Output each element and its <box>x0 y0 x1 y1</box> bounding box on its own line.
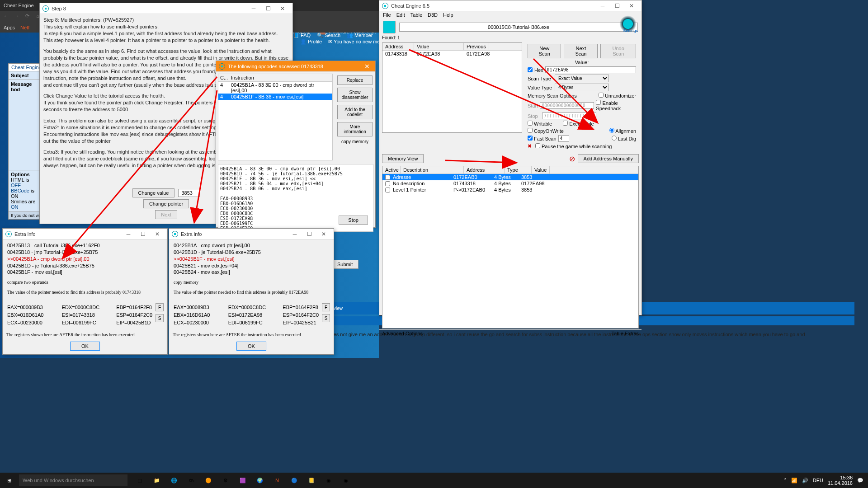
scantype-select[interactable]: Exact Value <box>555 75 609 82</box>
menu-d3d[interactable]: D3D <box>428 12 438 19</box>
maximize-button[interactable]: ☐ <box>302 230 316 239</box>
notes-icon[interactable]: 📒 <box>303 473 320 488</box>
stack-button[interactable]: S <box>322 314 330 322</box>
ok-button[interactable]: OK <box>70 342 100 351</box>
minimize-button[interactable]: ─ <box>121 230 136 239</box>
hex-checkbox[interactable] <box>528 67 533 72</box>
members-link[interactable]: 👥 Member <box>347 33 373 38</box>
addcode-button[interactable]: Add to the codelist <box>337 105 373 119</box>
submit-button[interactable]: Submit <box>331 260 359 269</box>
start-button[interactable]: ⊞ <box>0 473 18 488</box>
table-row[interactable]: No description017433184 Bytes0172EA98 <box>382 180 638 187</box>
close-button[interactable]: ✕ <box>316 230 331 239</box>
search-link[interactable]: 🔍 Search <box>317 33 340 38</box>
chrome-icon[interactable]: 🔵 <box>286 473 303 488</box>
table-row[interactable]: Level 1 PointerP->0172EAB04 Bytes3853 <box>382 187 638 193</box>
maximize-button[interactable]: ☐ <box>261 4 275 13</box>
table-row[interactable]: Adresse0172EAB04 Bytes3853 <box>382 174 638 180</box>
reload-icon[interactable]: ⟳ <box>25 13 33 20</box>
fastscan-checkbox[interactable] <box>528 136 533 141</box>
add-address-button[interactable]: Add Address Manually <box>578 154 639 163</box>
notifications-icon[interactable]: 💬 <box>857 478 863 483</box>
store-icon[interactable]: 🛍 <box>183 473 200 488</box>
minimize-button[interactable]: ─ <box>246 4 261 13</box>
new-scan-button[interactable]: New Scan <box>528 44 561 58</box>
value-input[interactable] <box>545 66 636 73</box>
result-row[interactable]: 017433180172EA980172EA98 <box>382 51 522 57</box>
stop-button[interactable]: Stop <box>339 216 368 225</box>
fwd-icon[interactable]: → <box>14 13 22 20</box>
maximize-button[interactable]: ☐ <box>610 1 624 10</box>
value-input[interactable] <box>178 189 200 197</box>
app-icon[interactable]: 🟠 <box>200 473 217 488</box>
delete-icon[interactable]: ⊘ <box>569 155 575 163</box>
clock-date[interactable]: 11.04.2016 <box>828 480 853 486</box>
address-table[interactable]: Active Description Address Type Value Ad… <box>382 166 639 328</box>
app-icon[interactable]: 🟪 <box>234 473 251 488</box>
moreinfo-button[interactable]: More information <box>337 122 373 136</box>
netflix-icon[interactable]: N <box>269 473 286 488</box>
change-value-button[interactable]: Change value <box>132 188 175 197</box>
app-icon[interactable]: 🌍 <box>251 473 269 488</box>
lastdig-radio[interactable] <box>612 136 617 141</box>
back-icon[interactable]: ← <box>4 13 11 20</box>
exec-checkbox[interactable] <box>563 121 568 126</box>
replace-button[interactable]: Replace <box>337 75 373 85</box>
ce-taskbar-icon[interactable]: ◉ <box>337 473 354 488</box>
taskbar-search[interactable]: Web und Windows durchsuchen <box>19 474 127 486</box>
close-button[interactable]: ✕ <box>150 230 165 239</box>
minimize-button[interactable]: ─ <box>595 1 610 10</box>
edge-icon[interactable]: 🌐 <box>165 473 183 488</box>
process-icon[interactable] <box>383 21 396 33</box>
volume-icon[interactable]: 🔊 <box>802 478 808 483</box>
faq-link[interactable]: 📘 FAQ <box>293 33 311 38</box>
stack-button[interactable]: S <box>156 314 164 322</box>
process-name[interactable]: 000015C8-Tutorial-i386.exe <box>399 23 638 32</box>
close-button[interactable]: ✕ <box>275 4 290 13</box>
network-icon[interactable]: 📶 <box>791 478 797 483</box>
float-button[interactable]: F <box>156 303 164 311</box>
disasm-button[interactable]: Show disassembler <box>337 88 373 102</box>
clock-time[interactable]: 15:36 <box>828 475 853 480</box>
advanced-options[interactable]: Advanced Options <box>382 331 423 336</box>
menu-help[interactable]: Help <box>443 12 453 19</box>
scan-results[interactable]: AddressValuePrevious 017433180172EA98017… <box>382 42 522 133</box>
settings-link[interactable]: Settings <box>623 28 638 33</box>
stop-input[interactable] <box>542 113 596 119</box>
apps-bookmark[interactable]: Apps <box>4 25 15 30</box>
netflix-bookmark[interactable]: Netf <box>20 25 29 30</box>
start-input[interactable] <box>540 102 594 109</box>
explorer-icon[interactable]: 📁 <box>148 473 165 488</box>
cow-checkbox[interactable] <box>528 128 533 133</box>
maximize-button[interactable]: ☐ <box>136 230 150 239</box>
menu-table[interactable]: Table <box>410 12 422 19</box>
valtype-select[interactable]: 4 Bytes <box>555 84 609 91</box>
minimize-button[interactable]: ─ <box>288 230 302 239</box>
menu-edit[interactable]: Edit <box>396 12 405 19</box>
fastscan-input[interactable] <box>558 135 569 142</box>
profile-link[interactable]: 👤 Profile <box>300 39 322 45</box>
ok-button[interactable]: OK <box>236 342 266 351</box>
opcode-row[interactable]: 400425B1A - 83 3E 00 - cmp dword ptr [es… <box>218 82 332 94</box>
pause-checkbox[interactable] <box>535 143 540 148</box>
memory-view-button[interactable]: Memory View <box>382 154 424 163</box>
close-button[interactable]: ✕ <box>362 63 373 70</box>
change-pointer-button[interactable]: Change pointer <box>143 199 189 208</box>
align-radio[interactable] <box>609 128 614 133</box>
speedhack-checkbox[interactable] <box>596 100 601 105</box>
steam-icon[interactable]: ⚙ <box>217 473 234 488</box>
next-scan-button[interactable]: Next Scan <box>564 44 598 58</box>
writable-checkbox[interactable] <box>528 121 533 126</box>
opcode-list[interactable]: C...Instruction 400425B1A - 83 3E 00 - c… <box>218 74 333 160</box>
browser-tab[interactable]: Cheat Engine <box>4 3 34 8</box>
opcode-row[interactable]: 400425B1F - 8B 36 - mov esi,[esi] <box>218 94 332 100</box>
task-view-icon[interactable]: ▢ <box>131 473 148 488</box>
tray-up-icon[interactable]: ˄ <box>784 478 787 483</box>
menu-file[interactable]: File <box>383 12 391 19</box>
float-button[interactable]: F <box>322 303 330 311</box>
unrandomizer-checkbox[interactable] <box>599 93 604 98</box>
ce-taskbar-icon[interactable]: ◉ <box>320 473 337 488</box>
lang-indicator[interactable]: DEU <box>813 478 823 483</box>
close-button[interactable]: ✕ <box>624 1 639 10</box>
table-extras[interactable]: Table Extras <box>611 331 639 336</box>
